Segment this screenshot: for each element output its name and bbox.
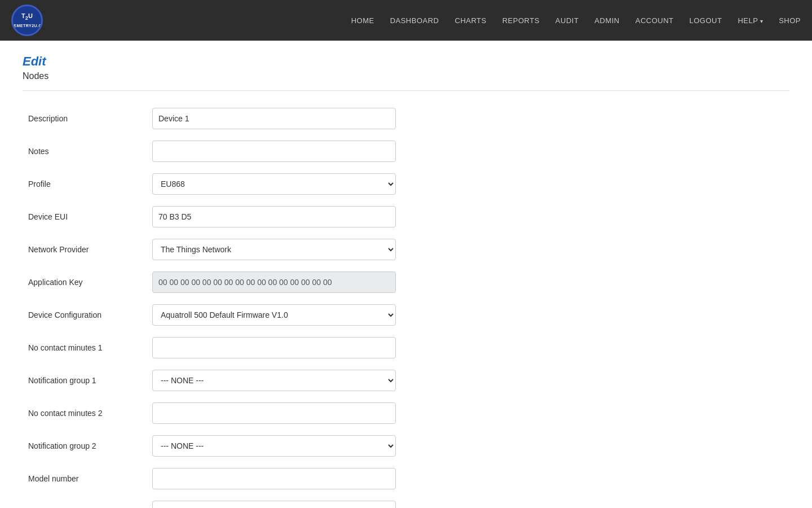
device-eui-input[interactable] xyxy=(152,206,396,227)
edit-form: Description Notes Profile EU868 US915 AU… xyxy=(23,102,789,508)
notes-label: Notes xyxy=(28,147,152,156)
nav-account[interactable]: ACCOUNT xyxy=(636,16,674,25)
description-label: Description xyxy=(28,114,152,123)
nav-logout[interactable]: LOGOUT xyxy=(690,16,722,25)
nav-dashboard[interactable]: DASHBOARD xyxy=(390,16,439,25)
no-contact-1-input[interactable] xyxy=(152,337,396,358)
no-contact-1-label: No contact minutes 1 xyxy=(28,343,152,352)
navbar: T2UTELEMETRY2U.COM HOME DASHBOARD CHARTS… xyxy=(0,0,812,41)
page-edit-title: Edit xyxy=(23,54,789,69)
notification-group-1-select[interactable]: --- NONE --- xyxy=(152,370,396,391)
nav-help[interactable]: HELP xyxy=(738,16,763,25)
profile-label: Profile xyxy=(28,179,152,189)
network-provider-label: Network Provider xyxy=(28,245,152,254)
device-config-row: Device Configuration Aquatroll 500 Defau… xyxy=(23,304,789,326)
device-config-select[interactable]: Aquatroll 500 Default Firmware V1.0 Defa… xyxy=(152,304,396,326)
nav-admin[interactable]: ADMIN xyxy=(594,16,619,25)
notification-group-2-label: Notification group 2 xyxy=(28,441,152,450)
page-content: Edit Nodes Description Notes Profile EU8… xyxy=(0,41,812,508)
notification-group-2-select[interactable]: --- NONE --- xyxy=(152,435,396,457)
application-key-label: Application Key xyxy=(28,278,152,287)
nav-home[interactable]: HOME xyxy=(351,16,374,25)
application-key-input[interactable] xyxy=(152,271,396,293)
no-contact-2-input[interactable] xyxy=(152,402,396,424)
description-row: Description xyxy=(23,108,789,129)
nav-shop[interactable]: SHOP xyxy=(779,16,801,25)
network-provider-row: Network Provider The Things Network Heli… xyxy=(23,239,789,260)
notification-group-2-row: Notification group 2 --- NONE --- xyxy=(23,435,789,457)
page-subtitle: Nodes xyxy=(23,71,789,81)
model-number-input[interactable] xyxy=(152,468,396,489)
device-config-label: Device Configuration xyxy=(28,310,152,319)
notification-group-1-row: Notification group 1 --- NONE --- xyxy=(23,370,789,391)
logo-text: T2UTELEMETRY2U.COM xyxy=(11,12,43,28)
model-number-row: Model number xyxy=(23,468,789,489)
nav-charts[interactable]: CHARTS xyxy=(455,16,487,25)
nav-reports[interactable]: REPORTS xyxy=(502,16,540,25)
serial-number-row: Serial number xyxy=(23,501,789,508)
no-contact-2-row: No contact minutes 2 xyxy=(23,402,789,424)
notes-input[interactable] xyxy=(152,141,396,162)
profile-select[interactable]: EU868 US915 AU915 AS923 xyxy=(152,173,396,195)
no-contact-2-label: No contact minutes 2 xyxy=(28,409,152,418)
serial-number-input[interactable] xyxy=(152,501,396,508)
no-contact-1-row: No contact minutes 1 xyxy=(23,337,789,358)
notification-group-1-label: Notification group 1 xyxy=(28,376,152,385)
profile-row: Profile EU868 US915 AU915 AS923 xyxy=(23,173,789,195)
application-key-row: Application Key xyxy=(23,271,789,293)
model-number-label: Model number xyxy=(28,474,152,483)
divider xyxy=(23,90,789,91)
device-eui-label: Device EUI xyxy=(28,212,152,221)
logo[interactable]: T2UTELEMETRY2U.COM xyxy=(11,5,43,36)
notes-row: Notes xyxy=(23,141,789,162)
description-input[interactable] xyxy=(152,108,396,129)
device-eui-row: Device EUI xyxy=(23,206,789,227)
network-provider-select[interactable]: The Things Network Helium TTI Custom xyxy=(152,239,396,260)
nav-links: HOME DASHBOARD CHARTS REPORTS AUDIT ADMI… xyxy=(351,16,801,25)
nav-audit[interactable]: AUDIT xyxy=(555,16,579,25)
